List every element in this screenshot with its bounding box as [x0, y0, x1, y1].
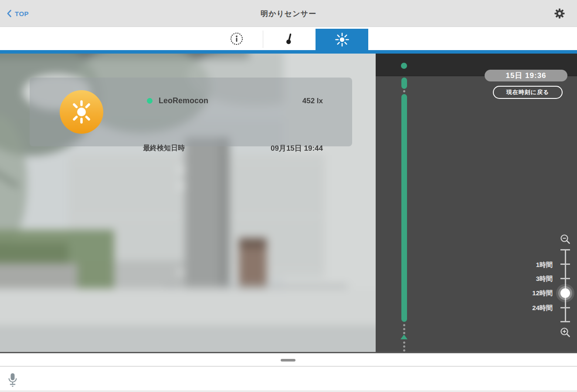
timeline-current-marker-dot [401, 63, 407, 69]
microphone-icon [9, 373, 17, 387]
slider-tick-24h [560, 307, 570, 308]
settings-gear-icon[interactable] [553, 7, 566, 20]
return-to-current-time-button[interactable]: 現在時刻に戻る [493, 86, 563, 99]
zoom-level-label-24h: 24時間 [522, 304, 553, 312]
timestamp-badge: 15日 19:36 [485, 70, 567, 81]
tab-bar [0, 27, 577, 50]
zoom-slider-knob[interactable] [560, 288, 570, 298]
timeline-gap-dot [403, 90, 405, 92]
top-bar: TOP 明かりセンサー [0, 0, 577, 27]
device-online-status-dot [147, 98, 153, 104]
zoom-level-label-1h: 1時間 [522, 261, 553, 269]
timeline-trail-dot [403, 328, 405, 330]
slider-tick-1h [560, 264, 570, 265]
page-title: 明かりセンサー [0, 0, 577, 27]
footer-divider [0, 366, 577, 367]
slider-bottom-cap [560, 321, 570, 322]
timeline-trail-dot [403, 332, 405, 334]
timeline-trail-dot [403, 324, 405, 326]
tab-brightness[interactable] [316, 29, 368, 50]
bottom-bar [0, 352, 577, 392]
timeline-panel[interactable]: 15日 19:36 現在時刻に戻る 1時間 3時間 1 [376, 54, 577, 352]
tab-info[interactable] [210, 27, 263, 50]
tab-separator [263, 30, 263, 48]
footer-bottom-strip [0, 390, 577, 392]
timeline-trail-dot [403, 341, 405, 344]
light-sensor-screen: TOP 明かりセンサー [0, 0, 577, 392]
zoom-in-button[interactable] [560, 327, 571, 338]
light-sensor-sun-icon [60, 90, 103, 134]
blurred-house-photo: LeoRemocon 452 lx 最終検知日時 09月15日 19:44 [0, 54, 376, 352]
content-area: LeoRemocon 452 lx 最終検知日時 09月15日 19:44 15… [0, 54, 577, 352]
zoom-out-button[interactable] [560, 233, 571, 245]
last-detected-value: 09月15日 19:44 [271, 143, 323, 153]
drag-handle[interactable] [281, 359, 295, 362]
slider-tick-3h [560, 278, 570, 279]
microphone-button[interactable] [7, 372, 18, 388]
active-tab-underline [0, 50, 577, 54]
tab-temperature[interactable] [263, 27, 316, 50]
timeline-up-arrow [401, 335, 407, 339]
zoom-level-label-3h: 3時間 [522, 275, 553, 283]
last-detected-label: 最終検知日時 [143, 144, 185, 153]
zoom-scale-slider[interactable] [565, 250, 566, 321]
timeline-trail-dot [403, 345, 405, 348]
thermometer-icon [282, 31, 297, 46]
timeline-activity-segment [401, 78, 407, 89]
zoom-level-label-12h: 12時間 [522, 289, 553, 297]
device-status-card: LeoRemocon 452 lx 最終検知日時 09月15日 19:44 [30, 78, 352, 146]
illuminance-value: 452 lx [302, 97, 323, 105]
timeline-activity-bar [401, 94, 407, 322]
sun-icon [333, 31, 351, 48]
info-circle-icon [229, 31, 244, 46]
device-name: LeoRemocon [159, 96, 208, 105]
timeline-trail-dot [403, 349, 405, 351]
